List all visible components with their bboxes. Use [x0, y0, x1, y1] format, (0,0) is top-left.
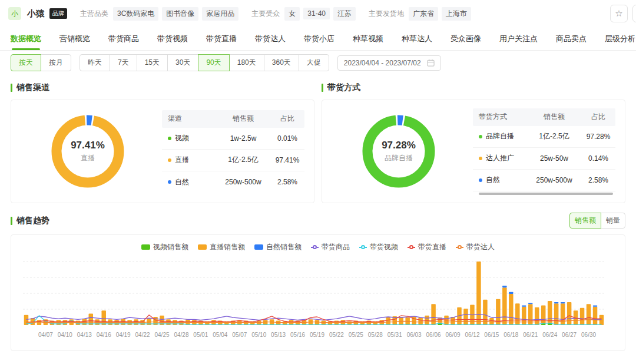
tab-带货商品[interactable]: 带货商品 — [108, 27, 139, 50]
x-tick: 06/21 — [523, 332, 538, 338]
x-tick: 04/28 — [174, 332, 188, 338]
promo-method-panel: 带货方式 97.28% 品牌自播 带货方式销售额占比品牌自播1亿-2.5亿97.… — [322, 81, 625, 203]
bar-06/18[interactable] — [509, 292, 514, 294]
legend-ring — [409, 245, 413, 249]
granularity-按天[interactable]: 按天 — [11, 54, 41, 71]
bar-06/29[interactable] — [580, 308, 585, 325]
sales-channel-donut: 97.41% 直播 — [49, 112, 127, 190]
tab-带货直播[interactable]: 带货直播 — [206, 27, 237, 50]
bar-05/30[interactable] — [386, 317, 390, 325]
range-90天[interactable]: 90天 — [198, 54, 229, 71]
tab-用户关注点[interactable]: 用户关注点 — [499, 27, 538, 50]
bar-06/21[interactable] — [528, 303, 533, 304]
legend-ring — [458, 245, 462, 249]
bar-07/01[interactable] — [593, 307, 598, 325]
legend-自然销售额[interactable]: 自然销售额 — [254, 242, 302, 252]
section-title-text: 销售渠道 — [16, 82, 49, 93]
tab-营销概览[interactable]: 营销概览 — [59, 27, 90, 50]
legend-label: 带货视频 — [370, 242, 398, 252]
legend-带货视频[interactable]: 带货视频 — [359, 242, 398, 252]
range-7天[interactable]: 7天 — [110, 54, 137, 71]
bar-06/20[interactable] — [522, 307, 526, 325]
donut-chart — [49, 112, 127, 190]
legend-带货达人[interactable]: 带货达人 — [456, 242, 495, 252]
bar-06/25[interactable] — [554, 302, 559, 303]
metric-销量[interactable]: 销量 — [601, 213, 625, 229]
row-amount: 25w-50w — [527, 154, 581, 163]
audience-tag: 31-40 — [303, 8, 330, 19]
legend-dash — [365, 247, 367, 248]
trend-chart[interactable]: 04/0704/1004/1304/1604/1904/2204/2504/28… — [17, 254, 611, 343]
bar-06/04[interactable] — [418, 317, 423, 325]
range-昨天[interactable]: 昨天 — [80, 54, 110, 71]
row-amount: 1亿-2.5亿 — [216, 155, 270, 165]
table-row[interactable]: 品牌自播1亿-2.5亿97.28% — [473, 126, 615, 148]
bar-06/13[interactable] — [476, 262, 481, 325]
range-180天[interactable]: 180天 — [229, 54, 264, 71]
bar-06/03[interactable] — [412, 316, 416, 325]
bar-06/26[interactable] — [561, 302, 565, 303]
tab-受众画像[interactable]: 受众画像 — [450, 27, 481, 50]
bar-06/20[interactable] — [522, 306, 526, 307]
column-header: 占比 — [270, 114, 304, 124]
bar-07/01[interactable] — [593, 306, 598, 307]
meta-label: 主要发货地 — [369, 9, 404, 19]
series-dot — [479, 135, 482, 138]
granularity-按月[interactable]: 按月 — [41, 54, 71, 71]
legend-带货商品[interactable]: 带货商品 — [311, 242, 350, 252]
bar-06/17[interactable] — [502, 286, 507, 287]
row-name: 直播 — [162, 155, 216, 165]
legend-dash — [317, 247, 319, 248]
bar-06/22[interactable] — [535, 307, 539, 325]
bar-06/27[interactable] — [567, 302, 572, 325]
promo-method-donut: 97.28% 品牌自播 — [360, 112, 438, 190]
table-horizontal-scrollbar[interactable] — [479, 193, 613, 195]
legend-带货直播[interactable]: 带货直播 — [408, 242, 446, 252]
bar-04/14[interactable] — [89, 314, 94, 325]
tab-带货达人[interactable]: 带货达人 — [255, 27, 286, 50]
range-大促[interactable]: 大促 — [299, 54, 329, 71]
tab-带货小店[interactable]: 带货小店 — [304, 27, 334, 50]
x-tick: 06/06 — [426, 332, 441, 338]
table-row[interactable]: 达人推广25w-50w0.14% — [473, 148, 615, 170]
tab-种草达人[interactable]: 种草达人 — [402, 27, 432, 50]
trend-title: 销售趋势 — [11, 214, 49, 228]
trend-header: 销售趋势 销售额销量 — [0, 213, 636, 229]
x-tick: 04/25 — [155, 332, 170, 338]
date-range-picker[interactable]: 2023/04/04 - 2023/07/02 — [337, 55, 441, 71]
table-row[interactable]: 直播1亿-2.5亿97.41% — [162, 150, 304, 171]
table-row[interactable]: 视频1w-2.5w0.01% — [162, 128, 304, 150]
bar-06/11[interactable] — [463, 309, 468, 325]
table-header: 带货方式销售额占比 — [473, 108, 615, 126]
bar-06/17[interactable] — [502, 287, 507, 325]
x-tick: 05/22 — [329, 332, 344, 338]
x-tick: 04/07 — [38, 332, 53, 338]
row-name: 品牌自播 — [473, 131, 527, 141]
bar-06/26[interactable] — [561, 303, 565, 325]
favorite-button[interactable]: ☆ — [610, 5, 628, 22]
tab-种草视频[interactable]: 种草视频 — [353, 27, 383, 50]
table-row[interactable]: 自然250w-500w2.58% — [473, 170, 615, 191]
series-dot — [168, 137, 171, 140]
range-15天[interactable]: 15天 — [137, 54, 168, 71]
metric-销售额[interactable]: 销售额 — [569, 213, 601, 229]
legend-label: 带货商品 — [322, 242, 350, 252]
tab-带货视频[interactable]: 带货视频 — [157, 27, 188, 50]
legend-直播销售额[interactable]: 直播销售额 — [198, 242, 245, 252]
more-action-button[interactable]: ▢ — [632, 5, 636, 22]
column-header: 占比 — [581, 112, 615, 122]
meta-group-shipping: 主要发货地 广东省 上海市 — [369, 7, 471, 21]
bar-06/30[interactable] — [587, 304, 591, 325]
tab-商品卖点[interactable]: 商品卖点 — [556, 27, 587, 50]
series-dot — [168, 158, 171, 162]
legend-视频销售额[interactable]: 视频销售额 — [141, 242, 188, 252]
tab-层级分析[interactable]: 层级分析 — [605, 27, 635, 50]
bar-06/24[interactable] — [548, 301, 552, 323]
bar-06/06[interactable] — [431, 304, 436, 325]
range-30天[interactable]: 30天 — [167, 54, 198, 71]
tab-数据概览[interactable]: 数据概览 — [11, 27, 41, 50]
legend-label: 直播销售额 — [210, 242, 245, 252]
table-row[interactable]: 自然250w-500w2.58% — [162, 171, 304, 193]
trend-metric-toggle: 销售额销量 — [570, 213, 625, 229]
range-360天[interactable]: 360天 — [264, 54, 299, 71]
